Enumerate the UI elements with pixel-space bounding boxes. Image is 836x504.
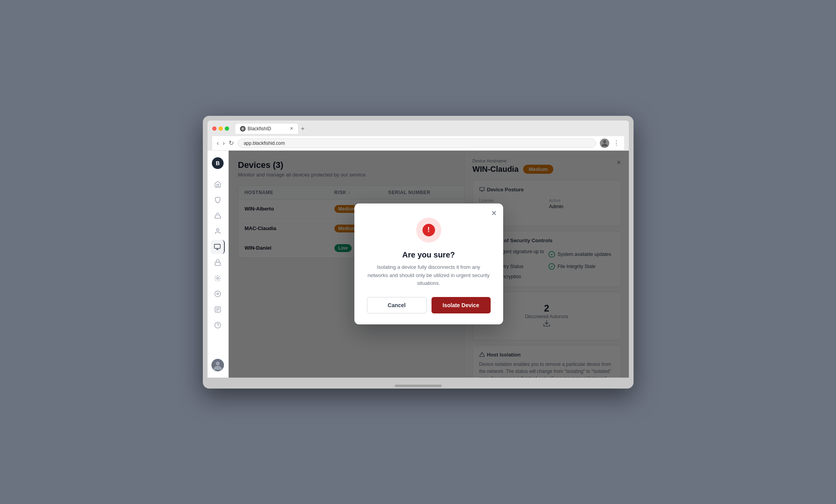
forward-button[interactable]: › [223, 140, 225, 147]
browser-address-bar: ‹ › ↻ ⋮ [212, 136, 624, 151]
browser-chrome: BlackfishID ✕ + ‹ › ↻ ⋮ [208, 121, 629, 151]
mac-bottom [208, 378, 629, 389]
sidebar-item-lock[interactable] [211, 256, 225, 270]
modal-close-button[interactable]: ✕ [491, 209, 497, 218]
modal-backdrop: ✕ ! Are you sure? Isolating a device ful… [229, 151, 629, 378]
cancel-button[interactable]: Cancel [367, 297, 427, 313]
browser-title-bar: BlackfishID ✕ + [212, 124, 624, 134]
svg-point-13 [215, 291, 221, 297]
sidebar-item-alerts[interactable] [211, 209, 225, 223]
sidebar-item-integrations[interactable] [211, 271, 225, 285]
traffic-light-minimize[interactable] [218, 126, 223, 131]
tab-title: BlackfishID [248, 126, 271, 131]
sidebar: B [208, 151, 229, 378]
browser-tab-active[interactable]: BlackfishID ✕ [235, 124, 298, 134]
svg-point-1 [242, 128, 244, 130]
app-area: B [208, 151, 629, 378]
sidebar-item-monitor[interactable] [211, 287, 225, 301]
sidebar-item-support[interactable] [211, 318, 225, 332]
traffic-light-close[interactable] [212, 126, 217, 131]
svg-text:B: B [216, 160, 220, 166]
sidebar-item-reports[interactable] [211, 302, 225, 317]
isolate-confirm-button[interactable]: Isolate Device [432, 297, 491, 313]
svg-point-7 [217, 229, 219, 231]
sidebar-item-users[interactable] [211, 224, 225, 238]
sidebar-item-home[interactable] [211, 177, 225, 191]
svg-point-21 [216, 362, 220, 365]
svg-rect-11 [215, 262, 220, 265]
confirmation-modal: ✕ ! Are you sure? Isolating a device ful… [354, 203, 503, 324]
back-button[interactable]: ‹ [217, 140, 219, 147]
tab-bar: BlackfishID ✕ + [235, 124, 624, 134]
traffic-lights [212, 126, 229, 131]
sidebar-item-shield[interactable] [211, 193, 225, 207]
modal-title: Are you sure? [367, 250, 491, 259]
mac-notch [395, 385, 442, 387]
modal-icon-wrapper: ! [416, 218, 441, 243]
sidebar-item-devices[interactable] [211, 240, 225, 254]
address-bar[interactable] [238, 139, 596, 148]
refresh-button[interactable]: ↻ [229, 139, 234, 147]
mac-screen: BlackfishID ✕ + ‹ › ↻ ⋮ [208, 121, 629, 378]
mac-frame: BlackfishID ✕ + ‹ › ↻ ⋮ [203, 116, 634, 389]
browser-menu-button[interactable]: ⋮ [613, 139, 619, 147]
traffic-light-maximize[interactable] [225, 126, 229, 131]
svg-point-2 [603, 140, 606, 143]
modal-body: Isolating a device fully disconnects it … [367, 263, 491, 288]
svg-rect-8 [215, 244, 220, 248]
browser-profile-icon[interactable] [600, 139, 609, 148]
sidebar-logo: B [211, 157, 224, 169]
modal-buttons: Cancel Isolate Device [367, 297, 491, 313]
tab-close-button[interactable]: ✕ [290, 126, 293, 131]
main-content: Devices (3) Monitor and manage all devic… [229, 151, 629, 378]
sidebar-avatar-wrapper [211, 359, 224, 371]
new-tab-button[interactable]: + [298, 124, 308, 134]
svg-point-14 [217, 293, 219, 295]
avatar[interactable] [211, 359, 224, 371]
tab-favicon [240, 126, 246, 131]
svg-point-12 [217, 277, 219, 279]
modal-warning-icon: ! [423, 224, 435, 236]
